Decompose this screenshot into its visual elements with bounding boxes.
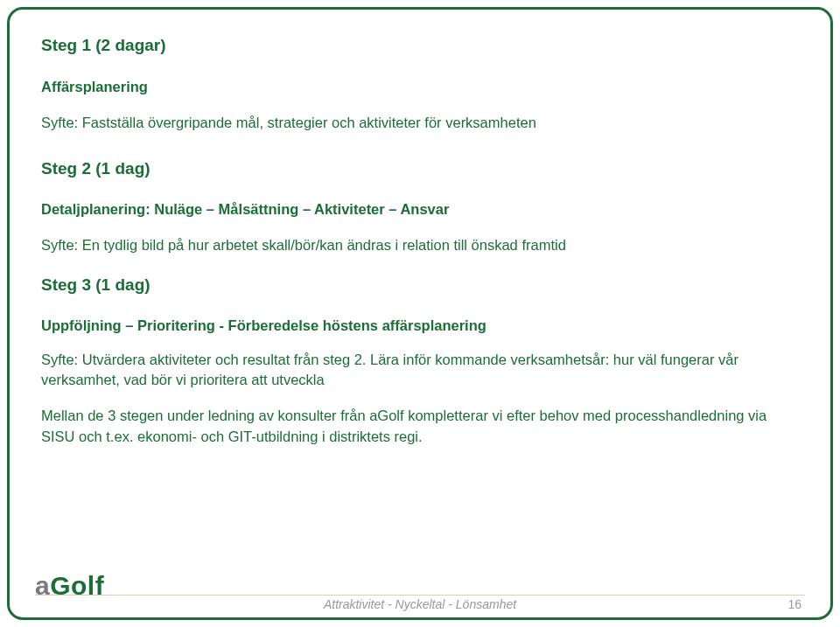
step-2-subhead: Detaljplanering: Nuläge – Målsättning – …	[41, 199, 799, 219]
step-1-subhead: Affärsplanering	[41, 77, 799, 97]
step-3-body: Syfte: Utvärdera aktiviteter och resulta…	[41, 350, 799, 390]
step-1: Steg 1 (2 dagar) Affärsplanering Syfte: …	[41, 34, 799, 133]
step-2: Steg 2 (1 dag) Detaljplanering: Nuläge –…	[41, 157, 799, 256]
step-3-subhead: Uppföljning – Prioritering - Förberedels…	[41, 316, 799, 336]
step-2-body: Syfte: En tydlig bild på hur arbetet ska…	[41, 235, 799, 255]
step-1-title: Steg 1 (2 dagar)	[41, 34, 799, 58]
footer-caption: Attraktivitet - Nyckeltal - Lönsamhet	[324, 597, 516, 611]
step-2-title: Steg 2 (1 dag)	[41, 157, 799, 181]
step-1-body: Syfte: Fastställa övergripande mål, stra…	[41, 113, 799, 133]
page-number: 16	[788, 597, 802, 611]
footer-bar: Attraktivitet - Nyckeltal - Lönsamhet	[35, 595, 805, 611]
slide-footer: aGolf Attraktivitet - Nyckeltal - Lönsam…	[0, 569, 840, 627]
slide-content: Steg 1 (2 dagar) Affärsplanering Syfte: …	[41, 34, 799, 447]
step-3: Steg 3 (1 dag) Uppföljning – Prioriterin…	[41, 274, 799, 391]
closing-paragraph: Mellan de 3 stegen under ledning av kons…	[41, 406, 799, 446]
slide-frame: Steg 1 (2 dagar) Affärsplanering Syfte: …	[7, 7, 833, 620]
step-3-title: Steg 3 (1 dag)	[41, 274, 799, 297]
